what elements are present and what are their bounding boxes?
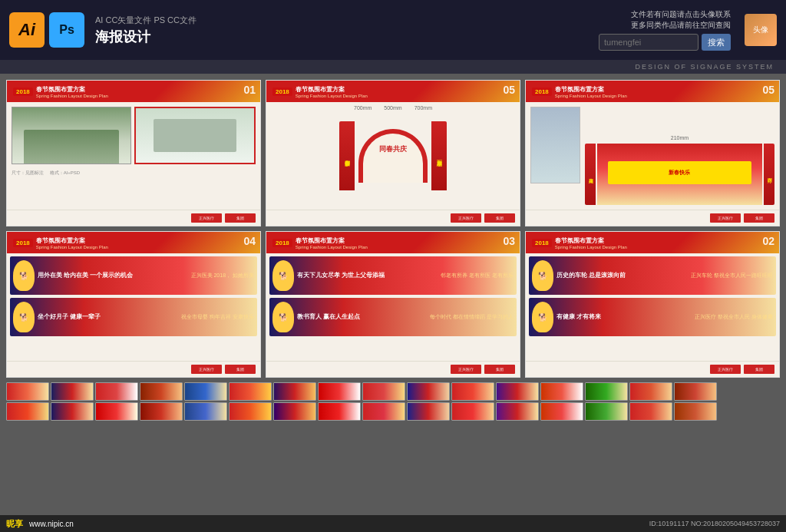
nipic-logo: 昵享 (6, 518, 23, 530)
thumb-9 (362, 382, 405, 401)
page-footer-6: 正兴医疗 集团 (526, 361, 779, 377)
thumb-10 (407, 382, 450, 401)
thumb-3 (95, 382, 138, 401)
page-footer-2: 正兴医疗 集团 (266, 210, 520, 226)
page-card-3: 2018 春节氛围布置方案 Spring Fashion Layout Desi… (525, 80, 780, 226)
search-input[interactable] (599, 34, 698, 51)
subtitle-bar: DESIGN OF SIGNAGE SYSTEM (0, 60, 786, 74)
page-subtitle2-2: Spring Fashion Layout Design Plan (296, 94, 514, 98)
footer-logo-red-8: 集团 (225, 365, 256, 374)
thumb-12 (496, 382, 539, 401)
footer-logo-red-12: 集团 (744, 365, 774, 374)
page-body-1: 尺寸：见图标注 格式：AI+PSD (7, 102, 260, 210)
page-subtitle2-1: Spring Fashion Layout Design Plan (36, 94, 254, 98)
banner-subtext-2: 祝全市母婴 狗年吉祥 安康快乐 (181, 313, 254, 320)
thumb-11 (451, 382, 494, 401)
page-number-1: 01 (243, 84, 256, 96)
dog-icon-6: 🐕 (532, 302, 553, 332)
page-subtitle-5: 春节氛围布置方案 (296, 236, 514, 245)
banner-text-5-2: 教书育人 赢在人生起点 (297, 312, 360, 321)
page-header-4: 2018 春节氛围布置方案 Spring Fashion Layout Desi… (7, 232, 260, 253)
page-header-1: 2018 春节氛围布置方案 Spring Fashion Layout Desi… (7, 81, 260, 102)
thumb-18 (51, 402, 94, 421)
dim-label-1: 700mm (354, 105, 372, 111)
banner-group-1: 🐕 用外在美 给内在美 一个展示的机会 正兴医美 2018， 如她所美 (10, 256, 257, 295)
thumb-16 (674, 382, 717, 401)
logo-2018-p4: 2018 (13, 239, 33, 247)
footer-logo-red-1: 正兴医疗 (191, 213, 222, 223)
thumb-13 (540, 382, 583, 401)
arch-center-text: 同春共庆 (379, 144, 407, 154)
page-body-3: 210mm 建兴 新春快乐 医疗 (526, 102, 779, 210)
footer-logo-red-7: 正兴医疗 (191, 365, 222, 374)
thumb-15 (629, 382, 672, 401)
top-bar: Ai Ps AI CC矢量文件 PS CC文件 海报设计 文件若有问题请点击头像… (0, 0, 786, 60)
page-number-3: 05 (762, 84, 774, 96)
banner-subtext-5-1: 邻老有所养 老有所医 老有所乐 (441, 272, 514, 279)
banner5-1: 🐕 有天下儿女尽孝 为世上父母添福 邻老有所养 老有所医 老有所乐 (269, 256, 517, 295)
page3-dim: 210mm (671, 135, 689, 140)
thumb-21 (184, 402, 227, 421)
thumb-31 (629, 402, 672, 421)
page-subtitle2-5: Spring Fashion Layout Design Plan (296, 245, 514, 249)
app-icons: Ai Ps (9, 12, 84, 48)
dog-icon-4: 🐕 (272, 302, 294, 332)
dim-label-2: 500mm (384, 105, 401, 111)
thumb-2 (51, 382, 94, 401)
footer-logos-5: 正兴医疗 集团 (451, 365, 515, 374)
page-body-4: 🐕 用外在美 给内在美 一个展示的机会 正兴医美 2018， 如她所美 🐕 (7, 253, 260, 361)
avatar[interactable]: 头像 (745, 14, 777, 46)
footer-logos-4: 正兴医疗 集团 (191, 365, 256, 374)
page-number-6: 02 (762, 235, 774, 247)
thumb-4 (140, 382, 183, 401)
main-area: 2018 春节氛围布置方案 Spring Fashion Layout Desi… (0, 74, 786, 532)
page-title: 海报设计 (95, 28, 196, 46)
footer-info-1: 尺寸：见图标注 格式：AI+PSD (12, 170, 256, 177)
search-button[interactable]: 搜索 (702, 34, 731, 51)
thumb-row-1 (6, 382, 780, 401)
footer-logos-3: 正兴医疗 集团 (710, 213, 774, 223)
thumb-strips (6, 382, 780, 421)
banner-text-6-2: 有健康 才有将来 (556, 312, 601, 321)
thumb-8 (318, 382, 361, 401)
banner-text-5-1: 有天下儿女尽孝 为世上父母添福 (297, 271, 385, 279)
file-types-label: AI CC矢量文件 PS CC文件 (95, 15, 196, 26)
footer-logo-red-2: 集团 (225, 213, 256, 223)
watermark-bar: 昵享 www.nipic.cn ID:10191117 NO:201802050… (0, 515, 786, 532)
page-header-5: 2018 春节氛围布置方案 Spring Fashion Layout Desi… (266, 232, 520, 253)
banner-text-1: 用外在美 给内在美 一个展示的机会 (38, 272, 133, 279)
page-body-6: 🐕 历史的车轮 总是滚滚向前 正兴车轮 祭祝全市人民一路旺旺旺 🐕 有健康 才有… (526, 253, 779, 361)
banner6-1: 🐕 历史的车轮 总是滚滚向前 正兴车轮 祭祝全市人民一路旺旺旺 (529, 256, 776, 295)
footer-logo-red-9: 正兴医疗 (451, 365, 481, 374)
thumb-24 (318, 402, 361, 421)
page-subtitle2-6: Spring Fashion Layout Design Plan (555, 245, 773, 249)
page-card-1: 2018 春节氛围布置方案 Spring Fashion Layout Desi… (6, 80, 261, 226)
banner6-2: 🐕 有健康 才有将来 正兴医疗 祭祝全市人民 身体健康 (529, 298, 776, 336)
page-card-4: 2018 春节氛围布置方案 Spring Fashion Layout Desi… (6, 231, 261, 378)
page-number-2: 05 (503, 84, 515, 96)
thumb-22 (229, 402, 272, 421)
ai-icon: Ai (9, 12, 45, 48)
page-number-5: 03 (503, 235, 515, 247)
thumb-17 (6, 402, 49, 421)
page3-design: 210mm 建兴 新春快乐 医疗 (585, 107, 774, 205)
banner-group-2: 🐕 坐个好月子 健康一辈子 祝全市母婴 狗年吉祥 安康快乐 (10, 298, 257, 336)
dog-icon-3: 🐕 (272, 260, 294, 291)
page-subtitle-4: 春节氛围布置方案 (36, 236, 254, 245)
logo-2018-p3: 2018 (532, 88, 552, 96)
footer-logo-red-11: 正兴医疗 (710, 365, 741, 374)
thumb-32 (674, 402, 717, 421)
thumb-6 (229, 382, 272, 401)
footer-logo-red-6: 集团 (744, 213, 774, 223)
thumb-26 (407, 402, 450, 421)
page-header-2: 2018 春节氛围布置方案 Spring Fashion Layout Desi… (266, 81, 520, 102)
thumb-row-2 (6, 402, 780, 421)
page-body-5: 🐕 有天下儿女尽孝 为世上父母添福 邻老有所养 老有所医 老有所乐 🐕 教书育人… (266, 253, 520, 361)
banner-text-2: 坐个好月子 健康一辈子 (38, 313, 101, 321)
photo-2 (134, 107, 256, 164)
footer-logos-2: 正兴医疗 集团 (451, 213, 515, 223)
page-footer-5: 正兴医疗 集团 (266, 361, 520, 377)
page-subtitle-3: 春节氛围布置方案 (555, 85, 773, 94)
page-header-3: 2018 春节氛围布置方案 Spring Fashion Layout Desi… (526, 81, 779, 102)
page-header-6: 2018 春节氛围布置方案 Spring Fashion Layout Desi… (526, 232, 779, 253)
